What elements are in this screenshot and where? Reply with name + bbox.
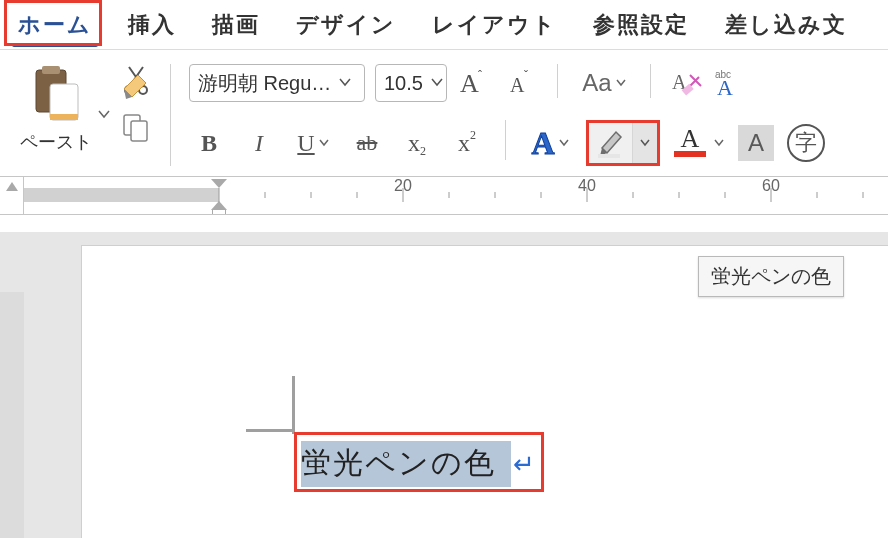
subscript-x: x: [408, 130, 420, 157]
highlight-tooltip: 蛍光ペンの色: [698, 256, 844, 297]
svg-rect-1: [42, 66, 60, 74]
bold-label: B: [201, 130, 217, 157]
change-case-label: Aa: [582, 69, 611, 97]
svg-text:ˇ: ˇ: [524, 69, 528, 83]
font-name-value: 游明朝 Regu…: [198, 70, 339, 97]
subscript-2: 2: [420, 144, 426, 159]
svg-rect-7: [131, 121, 147, 141]
svg-rect-3: [50, 114, 78, 120]
separator: [650, 64, 651, 98]
margin-guide-horizontal: [246, 429, 295, 432]
tab-bar: ホーム 挿入 描画 デザイン レイアウト 参照設定 差し込み文: [0, 0, 888, 49]
enclose-label: 字: [795, 128, 817, 158]
text-effect-a: A: [531, 125, 554, 162]
font-size-value: 10.5: [384, 72, 431, 95]
paste-dropdown-icon[interactable]: [98, 108, 110, 122]
highlight-color-button[interactable]: [586, 120, 660, 166]
strike-label: ab: [357, 130, 378, 156]
change-case-button[interactable]: Aa: [576, 65, 632, 101]
font-color-a: A: [681, 129, 700, 150]
highlight-dropdown[interactable]: [633, 123, 657, 163]
vertical-ruler-gutter: [0, 292, 24, 538]
svg-text:ˆ: ˆ: [478, 69, 482, 83]
ruler-tick-marks: [24, 188, 888, 202]
chevron-down-icon: [319, 138, 329, 149]
italic-button[interactable]: I: [239, 123, 279, 163]
font-name-combo[interactable]: 游明朝 Regu…: [189, 64, 365, 102]
paste-button[interactable]: ペースト: [20, 64, 92, 154]
clipboard-group: ペースト: [10, 64, 162, 166]
paragraph-mark-icon: ↵: [513, 449, 535, 480]
svg-text:A: A: [510, 74, 525, 96]
first-line-indent-marker[interactable]: [211, 179, 227, 188]
strikethrough-button[interactable]: ab: [347, 123, 387, 163]
chevron-down-icon: [714, 138, 724, 149]
svg-text:A: A: [460, 69, 479, 98]
svg-text:A: A: [717, 75, 733, 98]
enclose-characters-button[interactable]: 字: [786, 123, 826, 163]
copy-button[interactable]: [120, 112, 152, 144]
font-color-swatch: [674, 151, 706, 157]
clipboard-icon: [28, 64, 84, 124]
tab-mailings[interactable]: 差し込み文: [707, 0, 865, 48]
format-painter-button[interactable]: [120, 64, 152, 104]
font-color-button[interactable]: A: [670, 123, 726, 163]
subscript-button[interactable]: x2: [397, 123, 437, 163]
underline-button[interactable]: U: [289, 123, 337, 163]
tab-draw[interactable]: 描画: [194, 0, 278, 48]
superscript-button[interactable]: x2: [447, 123, 487, 163]
chevron-down-icon: [559, 138, 569, 149]
grow-font-button[interactable]: Aˆ: [457, 65, 493, 101]
font-size-combo[interactable]: 10.5: [375, 64, 447, 102]
superscript-2: 2: [470, 128, 476, 143]
superscript-x: x: [458, 130, 470, 157]
separator: [505, 120, 506, 160]
tab-references[interactable]: 参照設定: [575, 0, 707, 48]
highlight-pen-icon: [589, 123, 633, 163]
underline-label: U: [297, 130, 314, 157]
tab-design[interactable]: デザイン: [278, 0, 414, 48]
clear-formatting-button[interactable]: A: [669, 65, 705, 101]
italic-label: I: [255, 130, 263, 157]
text-effects-button[interactable]: A: [524, 123, 576, 163]
selected-text[interactable]: 蛍光ペンの色: [301, 443, 496, 484]
tab-insert[interactable]: 挿入: [110, 0, 194, 48]
tab-layout[interactable]: レイアウト: [414, 0, 575, 48]
phonetic-guide-button[interactable]: abcA: [715, 65, 751, 101]
left-indent-marker[interactable]: [212, 209, 226, 214]
tab-home[interactable]: ホーム: [0, 0, 110, 48]
font-group: 游明朝 Regu… 10.5 Aˆ Aˇ: [179, 64, 836, 166]
paste-label: ペースト: [20, 130, 92, 154]
ruler-vertical-marker: [0, 177, 24, 214]
separator: [170, 64, 171, 166]
separator: [557, 64, 558, 98]
bold-button[interactable]: B: [189, 123, 229, 163]
selection-callout: 蛍光ペンの色 ↵: [294, 432, 544, 492]
ruler: 20 40 60: [0, 177, 888, 215]
character-shading-button[interactable]: A: [736, 123, 776, 163]
ribbon: ペースト: [0, 49, 888, 177]
chevron-down-icon: [616, 78, 626, 89]
shade-a: A: [748, 129, 764, 157]
chevron-down-icon: [431, 76, 443, 90]
shrink-font-button[interactable]: Aˇ: [503, 65, 539, 101]
margin-guide-vertical: [292, 376, 295, 434]
chevron-down-icon: [339, 76, 351, 90]
svg-rect-16: [598, 154, 620, 158]
